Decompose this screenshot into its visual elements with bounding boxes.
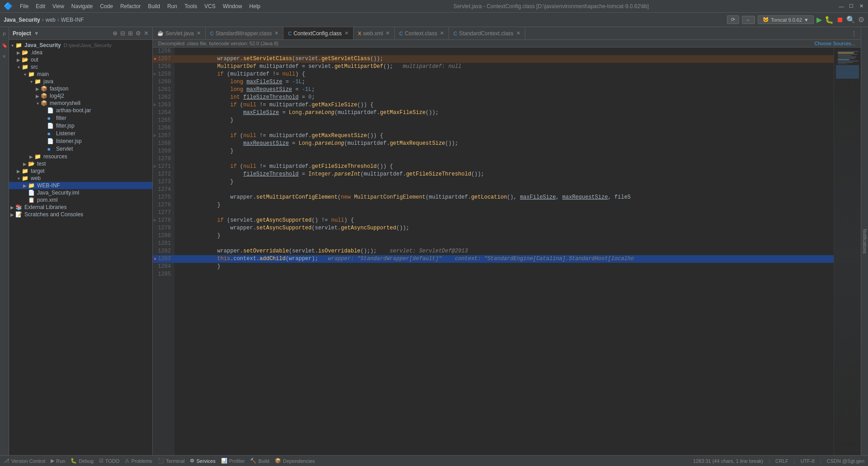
status-problems[interactable]: ⚠ Problems	[125, 458, 152, 464]
status-todo[interactable]: ☑ TODO	[99, 458, 120, 464]
nav-back-button[interactable]: ←	[742, 16, 755, 24]
tree-label: target	[31, 168, 45, 174]
run-config-selector[interactable]: 🐱 Tomcat 9.0.62 ▼	[758, 15, 814, 24]
tree-arrow: ▶	[34, 86, 41, 91]
line-1278: ▷ 1278	[153, 217, 175, 224]
status-terminal[interactable]: ⬛ Terminal	[158, 458, 185, 464]
tab-servlet-java[interactable]: ☕ Servlet.java ✕	[153, 27, 206, 40]
tree-item-memoryshell[interactable]: ▾ 📦 memoryshell	[9, 100, 152, 107]
minimap	[834, 48, 861, 455]
menu-build[interactable]: Build	[144, 2, 164, 10]
menu-window[interactable]: Window	[219, 2, 246, 10]
tab-close-icon[interactable]: ✕	[440, 30, 444, 36]
menu-view[interactable]: View	[49, 2, 68, 10]
status-version-control[interactable]: ⎇ Version Control	[4, 458, 45, 464]
tree-item-src[interactable]: ▾ 📁 src	[9, 63, 152, 71]
menu-refactor[interactable]: Refactor	[117, 2, 144, 10]
breadcrumb: Java_Security › web › WEB-INF	[4, 17, 84, 23]
status-run[interactable]: ▶ Run	[51, 458, 65, 464]
tree-item-ext-libs[interactable]: ▶ 📚 External Libraries	[9, 204, 152, 211]
folder-icon: 📂	[22, 49, 29, 56]
sync-button[interactable]: ⟳	[727, 15, 739, 24]
run-button[interactable]: ▶	[816, 15, 822, 24]
menu-file[interactable]: File	[16, 2, 32, 10]
status-profiler[interactable]: 📊 Profiler	[221, 458, 245, 464]
tab-close-icon[interactable]: ✕	[386, 30, 390, 36]
choose-sources-link[interactable]: Choose Sources...	[815, 41, 856, 46]
tree-item-target[interactable]: ▶ 📁 target	[9, 167, 152, 175]
tree-item-filter-jsp[interactable]: ▶ 📄 filter.jsp	[9, 122, 152, 129]
code-line-1276: }	[175, 201, 834, 209]
tree-item-web-inf[interactable]: ▶ 📁 WEB-INF	[9, 182, 152, 189]
status-build[interactable]: 🔨 Build	[250, 458, 269, 464]
notifications-label[interactable]: Notifications	[861, 225, 868, 257]
collapse-icon[interactable]: ⊟	[120, 30, 125, 37]
tree-item-test[interactable]: ▶ 📂 test	[9, 160, 152, 167]
tree-item-fastjson[interactable]: ▶ 📦 fastjson	[9, 85, 152, 92]
project-icon[interactable]: P	[0, 30, 9, 38]
menu-vcs[interactable]: VCS	[201, 2, 219, 10]
menu-help[interactable]: Help	[245, 2, 264, 10]
breadcrumb-webinf[interactable]: WEB-INF	[61, 17, 84, 23]
project-header: Project ▼ ⊕ ⊟ ⊞ ⚙ ✕	[9, 27, 152, 40]
tree-item-java[interactable]: ▾ 📁 java	[9, 78, 152, 85]
code-line-1281	[175, 240, 834, 247]
settings-icon[interactable]: ⚙	[136, 30, 141, 37]
debug-button[interactable]: 🐛	[825, 15, 834, 24]
tree-arrow: ▶	[15, 57, 22, 62]
class-file-icon: C	[399, 31, 403, 36]
status-debug[interactable]: 🐛 Debug	[71, 458, 93, 464]
tree-item-pom[interactable]: ▶ 📋 pom.xml	[9, 196, 152, 204]
project-dropdown-icon[interactable]: ▼	[34, 30, 39, 37]
tree-item-listener[interactable]: ▶ ● Listener	[9, 129, 152, 138]
code-line-1261: long maxRequestSize = -1L;	[175, 86, 834, 94]
tree-item-out[interactable]: ▶ 📂 out	[9, 56, 152, 63]
breadcrumb-web[interactable]: web	[46, 17, 56, 23]
tab-standardwrapper[interactable]: C StandardWrapper.class ✕	[206, 27, 283, 40]
tab-close-icon[interactable]: ✕	[197, 30, 201, 36]
menu-tools[interactable]: Tools	[181, 2, 201, 10]
tree-item-arthas[interactable]: ▶ 📄 arthas-boot.jar	[9, 107, 152, 114]
tab-contextconfig[interactable]: C ContextConfig.class ✕	[283, 27, 354, 40]
minimize-button[interactable]: —	[838, 3, 844, 10]
line-numbers: 1256 ● 1257 1258 ▷ 1259 1260 1261 1262 ▷…	[153, 48, 175, 455]
settings-button[interactable]: ⚙	[858, 15, 864, 24]
tree-item-idea[interactable]: ▶ 📂 .idea	[9, 49, 152, 56]
tree-item-listener-jsp[interactable]: ▶ 📄 listener.jsp	[9, 138, 152, 145]
tab-web-xml[interactable]: X web.xml ✕	[354, 27, 395, 40]
structure-icon[interactable]: ≡	[0, 52, 9, 60]
tree-item-main[interactable]: ▾ 📁 main	[9, 71, 152, 78]
status-dependencies[interactable]: 📦 Dependencies	[275, 458, 315, 464]
tree-item-java-security[interactable]: ▾ 📁 Java_Security D:\java\Java_Security	[9, 42, 152, 49]
menu-code[interactable]: Code	[96, 2, 117, 10]
code-content[interactable]: wrapper.setServletClass(servlet.getServl…	[175, 48, 834, 455]
tab-close-icon[interactable]: ✕	[516, 30, 520, 36]
tab-close-icon[interactable]: ✕	[274, 30, 278, 36]
close-panel-icon[interactable]: ✕	[144, 30, 149, 37]
line-1267: ▷ 1267	[153, 132, 175, 140]
breadcrumb-project[interactable]: Java_Security	[4, 17, 40, 23]
tree-item-servlet[interactable]: ▶ ● Servlet	[9, 145, 152, 153]
tab-standardcontext[interactable]: C StandardContext.class ✕	[449, 27, 525, 40]
locate-icon[interactable]: ⊕	[113, 30, 118, 37]
bookmarks-icon[interactable]: 🔖	[0, 41, 9, 49]
maximize-button[interactable]: ☐	[848, 3, 854, 10]
tab-context-class[interactable]: C Context.class ✕	[395, 27, 449, 40]
sort-icon[interactable]: ⊞	[128, 30, 133, 37]
tree-item-filter[interactable]: ▶ ● filter	[9, 114, 152, 122]
tab-close-icon[interactable]: ✕	[344, 30, 349, 36]
tabs-more-button[interactable]: ⋮	[847, 30, 861, 37]
line-1271: ▷ 1271	[153, 163, 175, 171]
tree-item-scratches[interactable]: ▶ 📝 Scratches and Consoles	[9, 211, 152, 218]
search-button[interactable]: 🔍	[846, 15, 855, 24]
menu-run[interactable]: Run	[164, 2, 181, 10]
stop-button[interactable]: ⏹	[836, 16, 844, 24]
menu-edit[interactable]: Edit	[32, 2, 49, 10]
tree-item-iml[interactable]: ▶ 📄 Java_Security.iml	[9, 189, 152, 196]
menu-navigate[interactable]: Navigate	[68, 2, 96, 10]
status-services[interactable]: ⚙ Services	[190, 458, 215, 464]
tree-item-resources[interactable]: ▶ 📁 resources	[9, 153, 152, 160]
close-button[interactable]: ✕	[858, 3, 864, 10]
tree-item-web[interactable]: ▾ 📁 web	[9, 175, 152, 182]
tree-item-log4j2[interactable]: ▶ 📦 log4j2	[9, 92, 152, 100]
